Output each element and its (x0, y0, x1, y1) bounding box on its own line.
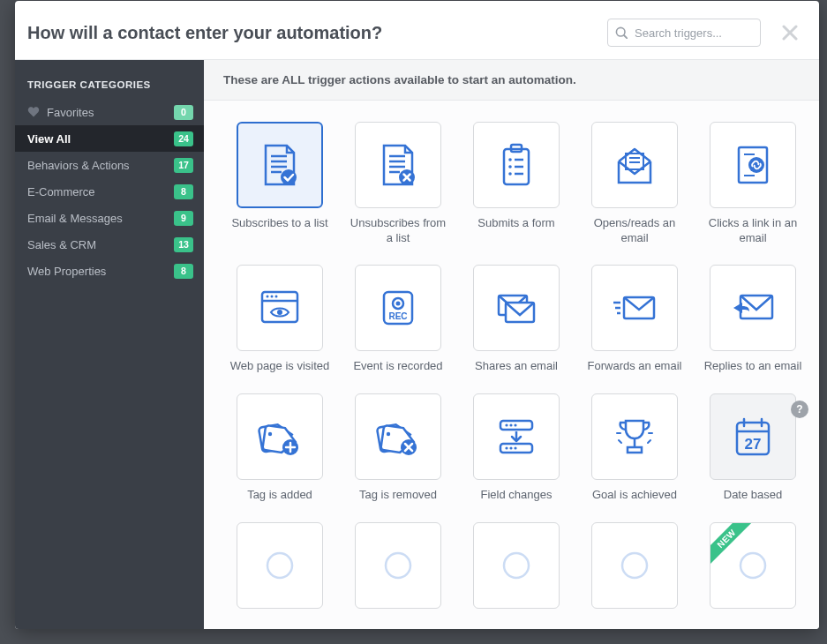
trigger-p16[interactable] (229, 522, 331, 617)
sidebar-item-ecommerce[interactable]: E-Commerce8 (15, 178, 204, 205)
trigger-unsubscribe[interactable]: Unsubscribes from a list (347, 122, 449, 245)
modal-body: TRIGGER CATEGORIES Favorites0View All24B… (15, 59, 819, 629)
sidebar-item-count: 8 (174, 264, 193, 279)
sidebar-item-behaviors[interactable]: Behaviors & Actions17 (15, 152, 204, 178)
trigger-picker-modal: How will a contact enter your automation… (15, 1, 819, 629)
trigger-label: Opens/reads an email (583, 216, 686, 245)
envelope-reply-icon (728, 283, 778, 333)
sidebar-item-label: Sales & CRM (27, 238, 174, 251)
trigger-label: Clicks a link in an email (702, 216, 804, 245)
sidebar-item-sales[interactable]: Sales & CRM13 (15, 231, 204, 258)
clipboard-icon (492, 140, 541, 190)
sidebar-item-label: Behaviors & Actions (27, 159, 174, 172)
trigger-card (473, 522, 560, 609)
trigger-field-change[interactable]: Field changes (465, 393, 568, 503)
trigger-share-email[interactable]: Shares an email (465, 265, 568, 374)
trigger-label: Shares an email (475, 359, 558, 374)
fields-down-icon (492, 412, 541, 461)
sidebar-item-label: Email & Messages (27, 212, 174, 225)
tag-x-icon (373, 412, 423, 461)
trigger-click-link[interactable]: Clicks a link in an email (702, 122, 804, 245)
modal-title: How will a contact enter your automation… (27, 23, 595, 43)
trigger-grid: Subscribes to a listUnsubscribes from a … (229, 122, 808, 617)
trigger-card (710, 393, 796, 480)
trigger-card (710, 122, 796, 208)
document-x-icon (373, 140, 423, 190)
trigger-card (237, 522, 323, 609)
trigger-card (473, 393, 560, 480)
sidebar-item-email[interactable]: Email & Messages9 (15, 205, 204, 231)
sidebar-item-count: 9 (174, 211, 193, 226)
sidebar-item-count: 8 (174, 184, 193, 199)
sidebar-heading: TRIGGER CATEGORIES (15, 71, 204, 99)
page-link-icon (728, 140, 778, 190)
sidebar-item-view-all[interactable]: View All24 (15, 125, 204, 152)
blank-icon (610, 541, 659, 590)
trigger-goal[interactable]: Goal is achieved (583, 393, 686, 503)
sidebar-item-label: Web Properties (27, 265, 174, 278)
help-icon[interactable]: ? (791, 401, 808, 418)
trigger-tag-removed[interactable]: Tag is removed (347, 393, 449, 503)
trigger-card (355, 393, 441, 480)
sidebar-item-label: Favorites (47, 106, 174, 119)
trigger-card: NEW (710, 522, 796, 609)
trigger-forward-email[interactable]: Forwards an email (583, 265, 686, 374)
browser-eye-icon (255, 283, 304, 333)
envelopes-icon (492, 283, 541, 333)
envelope-open-icon (610, 140, 659, 190)
trigger-card (710, 265, 796, 351)
trigger-label: Forwards an email (588, 359, 682, 374)
trigger-card (237, 393, 323, 480)
trigger-card (237, 265, 323, 351)
heart-icon (27, 106, 40, 118)
search-input[interactable] (607, 19, 761, 47)
trigger-open-email[interactable]: Opens/reads an email (583, 122, 686, 245)
modal-header: How will a contact enter your automation… (15, 1, 819, 59)
trigger-label: Goal is achieved (592, 488, 677, 503)
trigger-card (591, 122, 678, 208)
trigger-reply-email[interactable]: Replies to an email (702, 265, 804, 374)
envelope-forward-icon (610, 283, 659, 333)
trigger-card (473, 265, 560, 351)
trigger-p17[interactable] (347, 522, 449, 617)
trigger-page-visit[interactable]: Web page is visited (229, 265, 331, 374)
trigger-submit-form[interactable]: Submits a form (465, 122, 568, 245)
trigger-date-based[interactable]: Date based (702, 393, 804, 503)
search-icon (615, 26, 628, 39)
trigger-tag-added[interactable]: Tag is added (229, 393, 331, 503)
sidebar-item-label: E-Commerce (27, 185, 174, 198)
record-icon (373, 283, 423, 333)
sidebar-item-count: 0 (174, 105, 193, 120)
trigger-p19[interactable] (583, 522, 686, 617)
sidebar-item-count: 13 (174, 237, 193, 252)
trigger-scroll-area[interactable]: Subscribes to a listUnsubscribes from a … (204, 101, 819, 629)
trigger-label: Tag is added (247, 488, 312, 503)
search-wrap (607, 19, 761, 47)
sidebar-item-count: 24 (174, 131, 193, 146)
content: These are ALL trigger actions available … (204, 60, 819, 629)
trigger-card (591, 393, 678, 480)
trigger-label: Date based (724, 488, 783, 503)
trigger-card (355, 122, 441, 208)
close-icon[interactable] (782, 25, 798, 41)
category-description: These are ALL trigger actions available … (204, 60, 819, 101)
trigger-p20[interactable]: NEW (702, 522, 804, 617)
trigger-card (237, 122, 323, 208)
trigger-card (355, 522, 441, 609)
sidebar-item-label: View All (27, 132, 174, 146)
document-check-icon (255, 140, 304, 190)
blank-icon (255, 541, 304, 590)
trigger-p18[interactable] (465, 522, 568, 617)
sidebar-item-count: 17 (174, 158, 193, 173)
trigger-card (591, 522, 678, 609)
trigger-card (591, 265, 678, 351)
sidebar-item-favorites[interactable]: Favorites0 (15, 99, 204, 125)
trigger-card (473, 122, 560, 208)
calendar-27-icon (728, 412, 778, 461)
trigger-subscribe[interactable]: Subscribes to a list (229, 122, 331, 245)
sidebar-item-web[interactable]: Web Properties8 (15, 258, 204, 284)
trigger-label: Unsubscribes from a list (347, 216, 449, 245)
trigger-label: Replies to an email (704, 359, 802, 374)
blank-icon (728, 541, 778, 590)
trigger-event[interactable]: Event is recorded (347, 265, 449, 374)
